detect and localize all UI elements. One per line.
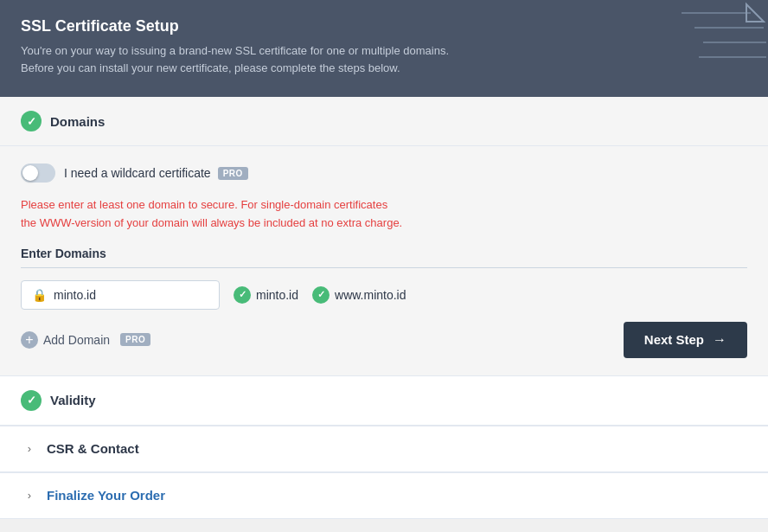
finalize-section-header[interactable]: › Finalize Your Order bbox=[0, 473, 768, 518]
lock-icon: 🔒 bbox=[32, 288, 47, 302]
domain-input[interactable] bbox=[54, 288, 208, 302]
wildcard-pro-badge: PRO bbox=[218, 167, 248, 180]
wildcard-toggle-row: I need a wildcard certificate PRO bbox=[21, 163, 747, 183]
plus-icon: + bbox=[21, 331, 38, 349]
domains-check-icon bbox=[21, 111, 42, 131]
validity-check-icon bbox=[21, 390, 42, 411]
finalize-section-title: Finalize Your Order bbox=[47, 488, 165, 503]
info-text: Please enter at least one domain to secu… bbox=[21, 196, 747, 233]
domain-input-wrapper: 🔒 bbox=[21, 280, 220, 310]
domain-tag-1: minto.id bbox=[234, 286, 298, 304]
domain-2-name: www.minto.id bbox=[335, 288, 406, 302]
csr-section-title: CSR & Contact bbox=[47, 441, 139, 456]
csr-section: › CSR & Contact bbox=[0, 426, 768, 472]
domain-1-name: minto.id bbox=[256, 288, 298, 302]
validity-section: Validity bbox=[0, 376, 768, 426]
csr-chevron-icon: › bbox=[21, 440, 38, 458]
validity-section-title: Validity bbox=[50, 393, 96, 407]
wildcard-toggle-label: I need a wildcard certificate bbox=[64, 166, 211, 180]
add-domain-pro-badge: PRO bbox=[120, 333, 150, 346]
finalize-chevron-icon: › bbox=[21, 487, 38, 504]
finalize-section: › Finalize Your Order bbox=[0, 473, 768, 519]
csr-section-header[interactable]: › CSR & Contact bbox=[0, 426, 768, 471]
domain-1-check-icon bbox=[234, 286, 251, 304]
domain-tag-2: www.minto.id bbox=[312, 286, 406, 304]
add-domain-label: Add Domain bbox=[43, 333, 110, 347]
next-step-button[interactable]: Next Step → bbox=[624, 322, 747, 358]
bottom-row: + Add Domain PRO Next Step → bbox=[21, 322, 747, 358]
wildcard-toggle[interactable] bbox=[21, 163, 55, 183]
enter-domains-label: Enter Domains bbox=[21, 247, 747, 260]
domain-2-check-icon bbox=[312, 286, 330, 304]
domains-section: Domains I need a wildcard certificate PR… bbox=[0, 97, 768, 375]
add-domain-button[interactable]: + Add Domain PRO bbox=[21, 331, 150, 349]
domains-content: I need a wildcard certificate PRO Please… bbox=[0, 146, 768, 375]
arrow-icon: → bbox=[713, 332, 726, 348]
domains-section-header[interactable]: Domains bbox=[0, 97, 768, 146]
header-description: You're on your way to issuing a brand-ne… bbox=[21, 42, 522, 76]
header-decoration bbox=[612, 0, 768, 91]
page-header: SSL Certificate Setup You're on your way… bbox=[0, 0, 768, 97]
domain-input-row: 🔒 minto.id www.minto.id bbox=[21, 280, 747, 310]
domains-section-title: Domains bbox=[50, 114, 105, 129]
next-step-label: Next Step bbox=[644, 332, 704, 347]
validity-section-header[interactable]: Validity bbox=[0, 376, 768, 425]
domains-divider bbox=[21, 267, 747, 268]
